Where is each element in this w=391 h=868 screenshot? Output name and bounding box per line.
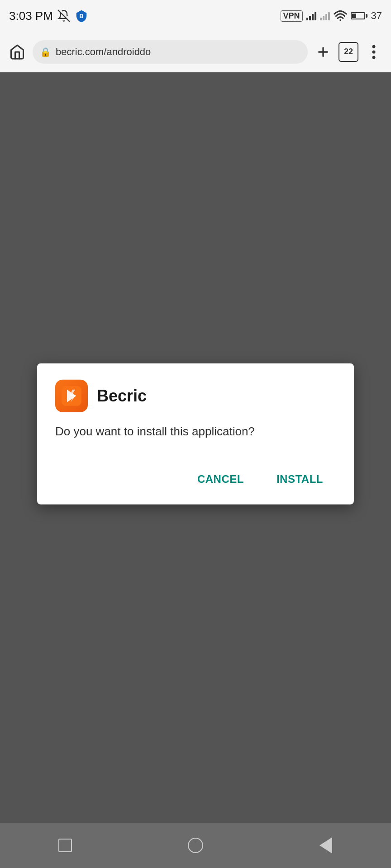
home-nav-button[interactable] [182,832,209,859]
address-bar[interactable]: 🔒 becric.com/androiddo [33,40,308,64]
recent-apps-icon [58,839,72,852]
overflow-menu-icon [372,45,376,59]
signal-bars-1 [306,11,316,20]
app-name: Becric [97,387,147,406]
dialog-message: Do you want to install this application? [55,423,336,439]
install-dialog: Becric Do you want to install this appli… [37,363,354,505]
wifi-icon [334,10,347,21]
signal-bars-2 [320,11,330,20]
svg-point-5 [372,45,376,48]
status-bar-right: VPN 37 [281,10,382,22]
svg-point-7 [372,56,376,59]
recent-apps-button[interactable] [52,832,79,859]
address-text: becric.com/androiddo [56,46,300,58]
menu-button[interactable] [364,42,384,62]
svg-point-6 [372,50,376,53]
home-button[interactable] [7,42,27,62]
battery-icon [351,12,367,19]
back-button[interactable] [312,832,339,859]
tabs-button[interactable]: 22 [339,42,358,62]
status-bar: 3:03 PM B VPN [0,0,391,32]
status-time: 3:03 PM [9,9,53,23]
dialog-header: Becric [55,380,336,412]
nav-bar [0,823,391,868]
new-tab-button[interactable] [313,42,333,62]
home-nav-icon [188,838,203,853]
home-icon [9,44,25,60]
tabs-count: 22 [344,47,353,57]
status-bar-left: 3:03 PM B [9,9,88,23]
browser-toolbar: 🔒 becric.com/androiddo 22 [0,32,391,72]
svg-text:B: B [79,13,83,19]
svg-point-2 [339,19,341,21]
plus-icon [316,45,330,59]
vpn-shield-icon: B [75,9,88,23]
svg-line-0 [58,10,70,22]
notification-muted-icon [57,9,70,22]
cancel-button[interactable]: CANCEL [185,467,257,492]
back-icon [319,837,332,854]
install-button[interactable]: INSTALL [264,467,336,492]
becric-app-logo [62,386,81,406]
lock-icon: 🔒 [40,47,51,57]
app-icon [55,380,88,412]
vpn-badge: VPN [281,10,303,22]
battery-level: 37 [371,10,382,22]
dialog-actions: CANCEL INSTALL [55,467,336,492]
